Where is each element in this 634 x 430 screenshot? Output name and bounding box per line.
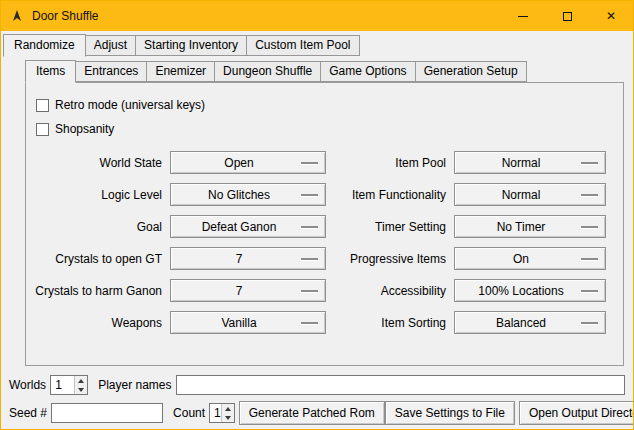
weapons-label: Weapons — [32, 316, 162, 330]
worlds-spinner[interactable]: 1 — [50, 375, 88, 395]
tab-entrances[interactable]: Entrances — [75, 61, 147, 82]
maximize-button[interactable] — [545, 1, 589, 31]
dropdown-indicator-icon — [581, 290, 598, 292]
dropdown-indicator-icon — [301, 258, 318, 260]
window-title: Door Shuffle — [32, 9, 99, 23]
worlds-label: Worlds — [9, 378, 46, 392]
titlebar: Door Shuffle ✕ — [1, 1, 633, 31]
retro-mode-checkbox[interactable]: Retro mode (universal keys) — [36, 93, 623, 117]
arrow-down-icon — [225, 416, 231, 420]
player-names-input[interactable] — [176, 375, 626, 395]
tab-items[interactable]: Items — [25, 60, 76, 83]
item-pool-dropdown[interactable]: Normal — [454, 151, 606, 174]
options-grid: World State Open Item Pool Normal Logic … — [32, 151, 623, 334]
app-window: Door Shuffle ✕ Randomize Adjust Starting… — [0, 0, 634, 430]
minimize-button[interactable] — [501, 1, 545, 31]
tab-enemizer[interactable]: Enemizer — [146, 61, 215, 82]
items-pane: Retro mode (universal keys) Shopsanity W… — [25, 82, 624, 366]
goal-label: Goal — [32, 220, 162, 234]
progressive-items-label: Progressive Items — [334, 252, 446, 266]
crystals-gt-dropdown[interactable]: 7 — [170, 247, 326, 270]
progressive-items-dropdown[interactable]: On — [454, 247, 606, 270]
dropdown-indicator-icon — [581, 226, 598, 228]
dropdown-indicator-icon — [581, 258, 598, 260]
spin-down-button[interactable] — [222, 413, 234, 422]
crystals-ganon-dropdown[interactable]: 7 — [170, 279, 326, 302]
accessibility-label: Accessibility — [334, 284, 446, 298]
timer-setting-dropdown[interactable]: No Timer — [454, 215, 606, 238]
count-spinner[interactable]: 1 — [209, 403, 235, 423]
spin-up-button[interactable] — [75, 376, 87, 385]
item-functionality-dropdown[interactable]: Normal — [454, 183, 606, 206]
shopsanity-checkbox[interactable]: Shopsanity — [36, 117, 623, 141]
tab-randomize[interactable]: Randomize — [3, 34, 86, 57]
crystals-ganon-label: Crystals to harm Ganon — [32, 284, 162, 298]
goal-dropdown[interactable]: Defeat Ganon — [170, 215, 326, 238]
seed-input[interactable] — [51, 403, 163, 423]
close-icon: ✕ — [606, 10, 616, 22]
arrow-up-icon — [225, 407, 231, 411]
dropdown-indicator-icon — [301, 322, 318, 324]
tab-adjust[interactable]: Adjust — [85, 35, 136, 56]
dropdown-indicator-icon — [581, 322, 598, 324]
close-button[interactable]: ✕ — [589, 1, 633, 31]
dropdown-indicator-icon — [581, 162, 598, 164]
count-label: Count — [173, 406, 205, 420]
minimize-icon — [518, 16, 528, 17]
timer-setting-label: Timer Setting — [334, 220, 446, 234]
open-output-directory-button[interactable]: Open Output Directory — [519, 401, 634, 425]
checkbox-unchecked-icon[interactable] — [36, 99, 49, 112]
window-controls: ✕ — [501, 1, 633, 31]
main-tab-bar: Randomize Adjust Starting Inventory Cust… — [3, 34, 633, 56]
player-names-label: Player names — [98, 378, 171, 392]
randomize-panel: Items Entrances Enemizer Dungeon Shuffle… — [25, 60, 624, 366]
dropdown-indicator-icon — [581, 194, 598, 196]
retro-mode-label: Retro mode (universal keys) — [55, 98, 205, 112]
crystals-gt-label: Crystals to open GT — [32, 252, 162, 266]
shopsanity-label: Shopsanity — [55, 122, 114, 136]
world-state-dropdown[interactable]: Open — [170, 151, 326, 174]
tab-dungeon-shuffle[interactable]: Dungeon Shuffle — [214, 61, 321, 82]
item-pool-label: Item Pool — [334, 156, 446, 170]
arrow-down-icon — [78, 388, 84, 392]
settings-tab-bar: Items Entrances Enemizer Dungeon Shuffle… — [25, 60, 624, 82]
weapons-dropdown[interactable]: Vanilla — [170, 311, 326, 334]
tab-custom-item-pool[interactable]: Custom Item Pool — [246, 35, 359, 56]
dropdown-indicator-icon — [301, 194, 318, 196]
accessibility-dropdown[interactable]: 100% Locations — [454, 279, 606, 302]
worlds-row: Worlds 1 Player names — [9, 375, 625, 395]
seed-row: Seed # Count 1 Generate Patched Rom Save… — [9, 401, 625, 425]
checkbox-unchecked-icon[interactable] — [36, 123, 49, 136]
generate-patched-rom-button[interactable]: Generate Patched Rom — [239, 401, 385, 425]
seed-label: Seed # — [9, 406, 47, 420]
dropdown-indicator-icon — [301, 162, 318, 164]
app-icon — [9, 8, 25, 24]
maximize-icon — [563, 12, 572, 21]
arrow-up-icon — [78, 379, 84, 383]
save-settings-button[interactable]: Save Settings to File — [385, 401, 515, 425]
item-sorting-dropdown[interactable]: Balanced — [454, 311, 606, 334]
world-state-label: World State — [32, 156, 162, 170]
dropdown-indicator-icon — [301, 290, 318, 292]
spin-up-button[interactable] — [222, 404, 234, 413]
item-sorting-label: Item Sorting — [334, 316, 446, 330]
logic-level-dropdown[interactable]: No Glitches — [170, 183, 326, 206]
generation-controls: Worlds 1 Player names Seed # Count 1 — [1, 375, 633, 425]
tab-game-options[interactable]: Game Options — [320, 61, 415, 82]
logic-level-label: Logic Level — [32, 188, 162, 202]
dropdown-indicator-icon — [301, 226, 318, 228]
tab-starting-inventory[interactable]: Starting Inventory — [135, 35, 247, 56]
tab-generation-setup[interactable]: Generation Setup — [415, 61, 527, 82]
spin-down-button[interactable] — [75, 385, 87, 394]
item-functionality-label: Item Functionality — [334, 188, 446, 202]
